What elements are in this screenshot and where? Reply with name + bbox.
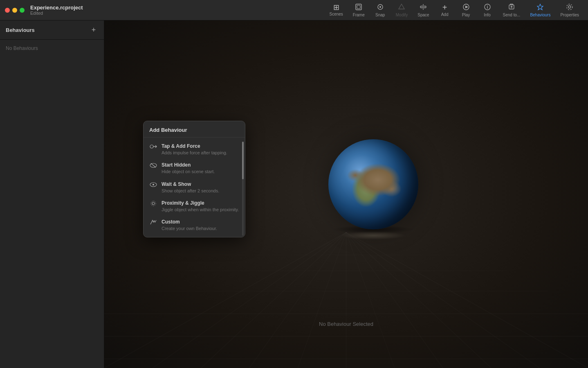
frame-icon [355, 3, 362, 12]
snap-icon [377, 3, 384, 12]
svg-text:i: i [487, 5, 488, 9]
modify-label: Modify [396, 13, 408, 17]
custom-text: Custom Create your own Behaviour. [162, 219, 217, 231]
wait-show-title: Wait & Show [162, 181, 219, 187]
popup-item-proximity-jiggle[interactable]: Proximity & Jiggle Jiggle object when wi… [144, 197, 245, 216]
tap-add-force-desc: Adds impulse force after tapping. [162, 150, 227, 156]
popup-item-tap-add-force[interactable]: Tap & Add Force Adds impulse force after… [144, 140, 245, 159]
wait-show-text: Wait & Show Show object after 2 seconds. [162, 181, 219, 194]
no-behaviours-label: No Behaviours [0, 40, 104, 57]
svg-line-24 [201, 233, 346, 368]
toolbar-scenes[interactable]: ⊞ Scenes [325, 2, 347, 18]
start-hidden-desc: Hide object on scene start. [162, 169, 215, 174]
maximize-button[interactable] [20, 8, 25, 13]
proximity-jiggle-icon [149, 201, 157, 208]
toolbar-info[interactable]: i Info [478, 2, 497, 19]
frame-label: Frame [353, 13, 365, 17]
sidebar-add-button[interactable]: + [89, 25, 98, 34]
tap-add-force-title: Tap & Add Force [162, 143, 227, 149]
popup-item-start-hidden[interactable]: Start Hidden Hide object on scene start. [144, 159, 245, 178]
viewport: No Behaviour Selected Add Behaviour Tap … [104, 20, 588, 368]
proximity-jiggle-desc: Jiggle object when within the proximity. [162, 207, 239, 212]
space-label: Space [417, 13, 429, 17]
play-icon [462, 3, 470, 12]
properties-icon [566, 3, 573, 12]
modify-icon [398, 3, 405, 12]
svg-line-22 [104, 233, 346, 368]
custom-title: Custom [162, 219, 217, 225]
svg-marker-9 [465, 5, 468, 8]
no-behaviour-selected: No Behaviour Selected [319, 321, 373, 327]
main-area: Behaviours + No Behaviours [0, 20, 588, 368]
scenes-icon: ⊞ [333, 4, 339, 11]
info-label: Info [484, 13, 491, 17]
svg-point-39 [152, 202, 155, 205]
toolbar-modify[interactable]: Modify [392, 2, 412, 19]
toolbar-space[interactable]: Space [413, 2, 433, 19]
svg-line-23 [153, 233, 346, 368]
start-hidden-title: Start Hidden [162, 162, 215, 168]
svg-point-38 [153, 184, 154, 185]
add-label: Add [441, 12, 449, 17]
svg-line-31 [346, 233, 540, 368]
custom-icon [149, 219, 157, 227]
svg-point-33 [150, 145, 153, 148]
play-label: Play [462, 13, 470, 17]
start-hidden-text: Start Hidden Hide object on scene start. [162, 162, 215, 174]
toolbar-behaviours[interactable]: Behaviours [526, 2, 554, 19]
traffic-lights [5, 8, 25, 13]
svg-point-14 [568, 6, 571, 8]
sidebar-title: Behaviours [6, 27, 35, 33]
popup-item-custom[interactable]: Custom Create your own Behaviour. [144, 216, 245, 235]
sidebar-header: Behaviours + [0, 20, 104, 40]
wait-show-icon [149, 182, 157, 189]
svg-point-3 [379, 6, 381, 8]
wait-show-desc: Show object after 2 seconds. [162, 188, 219, 194]
add-icon: + [442, 3, 447, 11]
svg-line-32 [346, 233, 588, 368]
svg-point-40 [151, 201, 156, 206]
toolbar-add[interactable]: + Add [435, 2, 455, 18]
custom-desc: Create your own Behaviour. [162, 226, 217, 231]
toolbar-frame[interactable]: Frame [349, 2, 369, 19]
svg-line-25 [249, 233, 346, 368]
toolbar-properties[interactable]: Properties [556, 2, 583, 19]
info-icon: i [484, 3, 491, 12]
sendto-label: Send to... [503, 13, 521, 17]
svg-rect-5 [420, 6, 426, 8]
svg-marker-4 [399, 4, 404, 9]
popup-scrollbar[interactable] [242, 142, 244, 236]
sendto-icon [508, 3, 515, 12]
title-info: Experience.rcproject Edited [30, 5, 83, 16]
close-button[interactable] [5, 8, 10, 13]
proximity-jiggle-title: Proximity & Jiggle [162, 200, 239, 206]
sidebar: Behaviours + No Behaviours [0, 20, 104, 368]
popup-scrollbar-thumb [242, 142, 244, 179]
svg-line-30 [346, 233, 491, 368]
proximity-jiggle-text: Proximity & Jiggle Jiggle object when wi… [162, 200, 239, 212]
project-subtitle: Edited [30, 11, 83, 16]
snap-label: Snap [375, 13, 385, 17]
start-hidden-icon [149, 163, 157, 170]
toolbar-sendto[interactable]: Send to... [499, 2, 525, 19]
popup-item-wait-show[interactable]: Wait & Show Show object after 2 seconds. [144, 178, 245, 197]
popup-header: Add Behaviour [144, 121, 245, 138]
space-icon [420, 3, 427, 12]
minimize-button[interactable] [12, 8, 17, 13]
scenes-label: Scenes [330, 12, 343, 16]
svg-line-36 [151, 163, 156, 167]
svg-line-29 [346, 233, 443, 368]
toolbar-snap[interactable]: Snap [370, 2, 390, 19]
svg-point-15 [567, 4, 572, 10]
svg-rect-1 [357, 5, 360, 9]
tap-add-force-icon [149, 144, 157, 151]
svg-line-28 [346, 233, 395, 368]
toolbar: ⊞ Scenes Frame Snap Modify [325, 2, 584, 19]
titlebar: Experience.rcproject Edited ⊞ Scenes Fra… [0, 0, 588, 20]
add-behaviour-popup: Add Behaviour Tap & Add Force Adds impul… [143, 121, 245, 237]
properties-label: Properties [560, 13, 579, 17]
globe [328, 139, 418, 239]
toolbar-play[interactable]: Play [456, 2, 476, 19]
behaviours-icon [536, 3, 544, 12]
popup-list: Tap & Add Force Adds impulse force after… [144, 138, 245, 237]
